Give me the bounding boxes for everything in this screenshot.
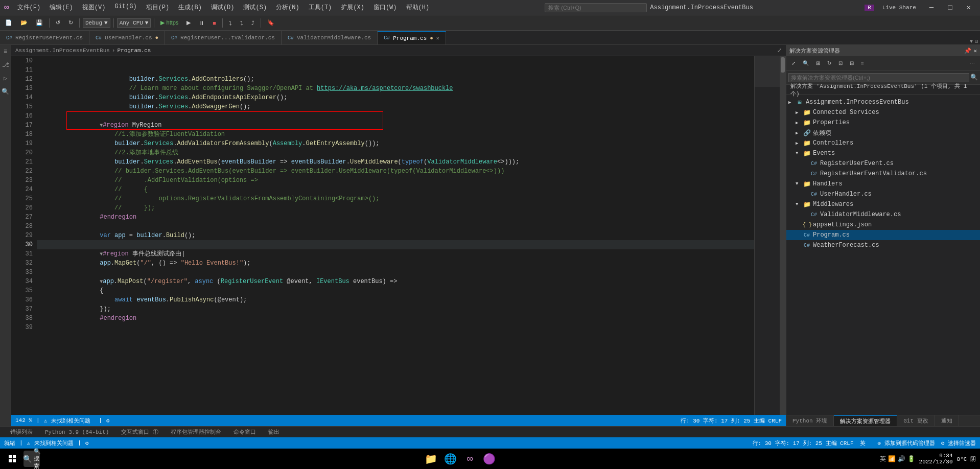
debug-dropdown[interactable]: Debug ▼ — [83, 18, 110, 28]
maximize-btn[interactable]: □ — [943, 3, 957, 13]
tree-validator-middleware[interactable]: C# ValidatorMiddleware.cs — [786, 209, 980, 220]
tree-program[interactable]: C# Program.cs — [786, 230, 980, 240]
tree-controllers[interactable]: ▶ 📁 Controllers — [786, 138, 980, 148]
step-into-btn[interactable]: ⤵ — [237, 19, 246, 27]
new-file-btn[interactable]: 📄 — [2, 18, 15, 27]
tree-user-handler[interactable]: C# UserHandler.cs — [786, 189, 980, 199]
filter-btn[interactable]: ⚙ — [106, 417, 110, 424]
tab-register-validator[interactable]: C# RegisterUser...tValidator.cs — [165, 31, 282, 44]
sol-toolbar-btn6[interactable]: ⊟ — [847, 59, 857, 67]
editor-scrollbar-v[interactable] — [780, 56, 786, 415]
tree-weather[interactable]: C# WeatherForecast.cs — [786, 240, 980, 250]
sidebar-icon-git[interactable]: ⎇ — [1, 60, 10, 69]
sidebar-icon-run[interactable]: ▷ — [1, 74, 10, 83]
tab-validator-middleware[interactable]: C# ValidatorMiddleware.cs — [282, 31, 378, 44]
sol-toolbar-btn5[interactable]: ⊡ — [835, 59, 846, 67]
pin-btn[interactable]: 📌 — [964, 48, 971, 54]
solution-search-input[interactable] — [788, 73, 969, 82]
tree-deps[interactable]: ▶ 🔗 依赖项 — [786, 128, 980, 138]
menu-debug[interactable]: 调试(D) — [207, 2, 239, 13]
menu-file[interactable]: 文件(F) — [13, 2, 45, 13]
bottom-tab-interactive[interactable]: 交互式窗口 ① — [115, 427, 165, 438]
tab-register-user-event[interactable]: C# RegisterUserEvent.cs — [0, 31, 89, 44]
panel-close-btn[interactable]: ✕ — [973, 48, 977, 54]
live-share-btn[interactable]: Live Share — [878, 5, 920, 11]
bottom-tab-notify[interactable]: 通知 — [935, 415, 959, 427]
bottom-tab-output[interactable]: 输出 — [262, 427, 286, 438]
menu-view[interactable]: 视图(V) — [78, 2, 110, 13]
code-line-10 — [37, 56, 754, 65]
tab-close-5[interactable]: ✕ — [436, 35, 439, 41]
sol-toolbar-btn4[interactable]: ↻ — [824, 59, 834, 67]
sol-toolbar-btn3[interactable]: ⊞ — [813, 59, 823, 67]
menu-git[interactable]: Git(G) — [110, 2, 141, 13]
menu-test[interactable]: 测试(S) — [239, 2, 271, 13]
bottom-tab-pkgmgr[interactable]: 程序包管理器控制台 — [165, 427, 227, 438]
taskbar-purple-btn[interactable]: 🟣 — [480, 450, 499, 468]
sol-toolbar-btn1[interactable]: ⤢ — [788, 59, 799, 67]
bottom-tab-python[interactable]: Python 3.9 (64-bit) — [39, 427, 115, 438]
menu-edit[interactable]: 编辑(E) — [45, 2, 77, 13]
tab-program[interactable]: C# Program.cs ● ✕ — [378, 31, 446, 44]
tree-connected-services[interactable]: ▶ 📁 Connected Services — [786, 107, 980, 118]
bottom-tab-git[interactable]: Git 更改 — [897, 415, 935, 427]
tree-register-validator[interactable]: C# RegisterUserEventValidator.cs — [786, 169, 980, 179]
code-line-29 — [37, 231, 754, 240]
sol-toolbar-btn8[interactable]: ⋯ — [967, 59, 978, 67]
sol-toolbar-btn7[interactable]: ≡ — [858, 59, 867, 67]
tabs-chevron[interactable]: ▼ — [970, 39, 973, 44]
minimize-btn[interactable]: ─ — [924, 3, 939, 13]
menu-window[interactable]: 窗口(W) — [369, 2, 401, 13]
taskbar-vs-btn[interactable]: ∞ — [461, 450, 479, 468]
menu-project[interactable]: 项目(P) — [142, 2, 174, 13]
save-btn[interactable]: 💾 — [33, 18, 46, 27]
bottom-tab-cmd[interactable]: 命令窗口 — [227, 427, 262, 438]
menu-extensions[interactable]: 扩展(X) — [337, 2, 368, 13]
tree-register-user-event[interactable]: C# RegisterUserEvent.cs — [786, 158, 980, 169]
taskbar-search-btn[interactable]: 🔍 🔍 搜索 — [24, 451, 40, 467]
taskbar-edge-btn[interactable]: 🌐 — [441, 450, 460, 468]
run-btn2[interactable]: ▶ — [183, 18, 194, 27]
tree-events[interactable]: ▼ 📁 Events — [786, 148, 980, 158]
menu-analyze[interactable]: 分析(N) — [272, 2, 304, 13]
start-button[interactable] — [4, 451, 20, 467]
undo-btn[interactable]: ↺ — [53, 18, 63, 27]
sidebar-icon-explorer[interactable]: ≡ — [1, 47, 10, 56]
code-editor[interactable]: builder.Services.AddControllers(); // Le… — [37, 56, 754, 415]
redo-btn[interactable]: ↻ — [65, 18, 76, 27]
sol-toolbar-btn2[interactable]: 🔍 — [800, 59, 812, 67]
cs-file-icon-rv: C# — [810, 171, 818, 177]
tree-properties[interactable]: ▶ 📁 Properties — [786, 118, 980, 128]
tree-appsettings[interactable]: { } appsettings.json — [786, 220, 980, 230]
taskbar-explorer-btn[interactable]: 📁 — [422, 450, 440, 468]
status-add-source[interactable]: ⊕ 添加到源代码管理器 — [878, 439, 935, 447]
status-filter[interactable]: ⚙ — [85, 440, 89, 447]
menu-build[interactable]: 生成(B) — [174, 2, 206, 13]
open-btn[interactable]: 📂 — [17, 18, 31, 27]
tree-middlewares[interactable]: ▼ 📁 Middlewares — [786, 199, 980, 209]
stop-btn[interactable]: ■ — [209, 19, 219, 27]
pause-btn[interactable]: ⏸ — [196, 19, 207, 27]
editor-expand[interactable]: ⤢ — [777, 47, 782, 54]
menu-help[interactable]: 帮助(H) — [402, 2, 434, 13]
bottom-tab-python-env[interactable]: Python 环境 — [786, 415, 834, 427]
step-out-btn[interactable]: ⤴ — [248, 19, 258, 27]
bottom-tab-errors[interactable]: 错误列表 — [4, 427, 39, 438]
close-btn[interactable]: ✕ — [962, 2, 976, 13]
run-btn[interactable]: ▶ https — [157, 18, 181, 27]
tree-project[interactable]: ▶ ⊞ Assignment.InProcessEventBus — [786, 97, 980, 107]
menu-tools[interactable]: 工具(T) — [305, 2, 336, 13]
solution-explorer-title: 解决方案资源管理器 📌 ✕ — [786, 45, 980, 56]
global-search-input[interactable] — [545, 3, 647, 12]
status-choose-filter[interactable]: ⚙ 选择筛选器 — [941, 439, 976, 447]
tab-user-handler[interactable]: C# UserHandler.cs ● — [89, 31, 165, 44]
sidebar-icon-search[interactable]: 🔍 — [1, 87, 10, 96]
step-over-btn[interactable]: ⤵ — [226, 19, 235, 27]
bottom-tab-solution[interactable]: 解决方案资源管理器 — [834, 415, 897, 427]
scrollbar-thumb[interactable] — [781, 57, 785, 73]
bookmark-btn[interactable]: 🔖 — [264, 18, 277, 27]
editor-main: ≡ ⎇ ▷ 🔍 Assignment.InProcessEventBus › P… — [0, 45, 980, 426]
cpu-dropdown[interactable]: Any CPU ▼ — [117, 18, 151, 28]
tabs-more[interactable]: ⊟ — [975, 38, 978, 44]
tree-handlers[interactable]: ▼ 📁 Handlers — [786, 179, 980, 189]
